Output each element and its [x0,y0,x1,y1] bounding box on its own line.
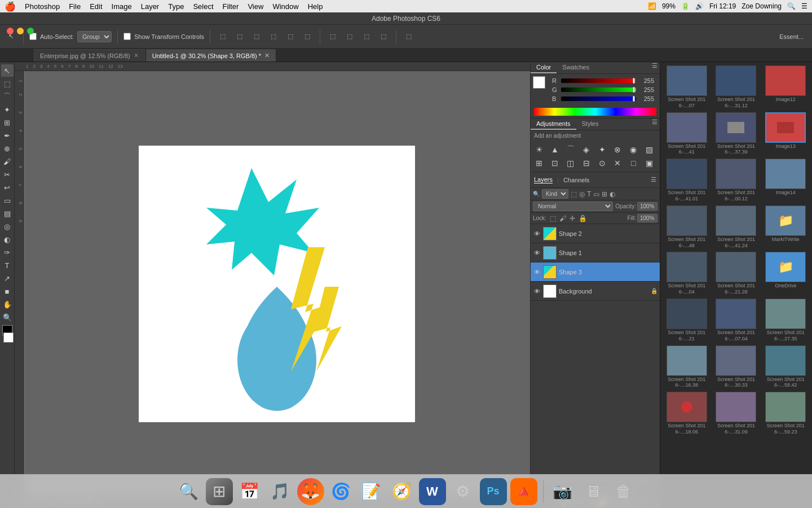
thumb-item-20[interactable]: Screen Shot 2016-....58.42 [761,344,810,390]
adj-panel-menu[interactable]: ☰ [652,119,657,130]
crop-tool[interactable]: ⊞ [1,116,14,129]
lasso-tool[interactable]: ⌒ [1,90,14,103]
dock-photos[interactable]: 📷 [549,478,576,505]
layer-shape2[interactable]: 👁 Shape 2 [531,224,660,243]
dock-safari[interactable]: 🧭 [389,478,416,505]
filter-adjustment-btn[interactable]: ◎ [579,190,585,198]
thumb-item-5[interactable]: Image13 [761,111,810,157]
menu-photoshop[interactable]: Photoshop [25,2,60,11]
canvas-container[interactable] [24,71,530,497]
layer-shape2-eye[interactable]: 👁 [533,230,541,238]
color-tab[interactable]: Color [531,62,557,73]
search-icon[interactable]: 🔍 [787,2,796,10]
layer-shape1[interactable]: 👁 Shape 1 [531,243,660,262]
magic-wand-tool[interactable]: ✦ [1,103,14,116]
color-swatch[interactable] [533,76,545,89]
styles-tab[interactable]: Styles [576,119,604,130]
thumb-item-21[interactable]: Screen Shot 2016-....18.06 [663,391,711,436]
thumb-item-7[interactable]: Screen Shot 2016-....00.12 [712,157,761,203]
lock-all-btn[interactable]: 🔒 [579,214,587,222]
dock-trash[interactable]: 🗑 [610,478,637,505]
thumb-item-18[interactable]: Screen Shot 2016-....16.38 [663,344,711,390]
gradient-map-btn[interactable]: □ [627,157,639,169]
layer-shape3[interactable]: 👁 Shape 3 [531,262,660,282]
shape-tool[interactable]: ■ [1,285,14,297]
thumb-item-15[interactable]: Screen Shot 2016-....21 [663,297,711,343]
thumb-item-13[interactable]: Screen Shot 2016-....21.28 [712,251,761,296]
layers-panel-menu[interactable]: ☰ [651,176,656,183]
dock-traffic-cone[interactable]: 🔺 [510,478,537,505]
selective-color-btn[interactable]: ▣ [643,157,655,169]
channel-mixer-btn[interactable]: ⊡ [549,157,561,169]
dock-appstore[interactable]: 🌀 [328,478,355,505]
filter-pixel-btn[interactable]: ⬚ [571,190,577,198]
layer-background[interactable]: 👁 Background 🔒 [531,282,660,301]
path-select-tool[interactable]: ↗ [1,272,14,284]
layer-background-eye[interactable]: 👁 [533,287,541,295]
gradient-tool[interactable]: ▤ [1,207,14,220]
dock-finder[interactable]: 🔍 [175,478,202,505]
thumb-item-9[interactable]: Screen Shot 2016-....48 [663,204,711,250]
red-slider[interactable] [561,78,636,83]
opacity-input[interactable] [637,202,657,211]
lock-transparent-btn[interactable]: ⬚ [550,214,556,222]
align-right-btn[interactable]: ⬚ [250,31,263,42]
layer-shape1-eye[interactable]: 👁 [533,249,541,257]
background-color[interactable] [3,332,14,343]
menu-filter[interactable]: Filter [223,2,239,11]
bw-btn[interactable]: ▨ [643,143,655,156]
dock-screen-sharing[interactable]: 🖥 [580,478,607,505]
menu-help[interactable]: Help [308,2,323,11]
layer-shape3-eye[interactable]: 👁 [533,268,541,276]
invert-btn[interactable]: ⊟ [580,157,593,169]
pen-tool[interactable]: ✑ [1,246,14,259]
dock-launchpad[interactable]: ⊞ [206,478,233,505]
thumb-item-10[interactable]: Screen Shot 2016-....41.24 [712,204,761,250]
zoom-tool[interactable]: 🔍 [1,311,14,323]
close-button[interactable] [7,28,14,34]
color-lookup-btn[interactable]: ◫ [564,157,577,169]
thumb-item-0[interactable]: Screen Shot 2016-....07 [663,64,711,110]
brightness-contrast-btn[interactable]: ☀ [533,143,545,156]
thumb-item-4[interactable]: Screen Shot 2016-....37.39 [712,111,761,157]
tab-untitled[interactable]: Untitled-1 @ 30.2% (Shape 3, RGB/8) * ✕ [146,49,276,62]
dock-systemprefs[interactable]: ⚙ [449,478,476,505]
dist-4-btn[interactable]: ⬚ [377,31,390,42]
photo-filter-btn[interactable]: ⊞ [533,157,545,169]
exposure-btn[interactable]: ◈ [580,143,593,156]
close-tab-enterprise[interactable]: ✕ [134,52,139,59]
thumb-item-16[interactable]: Screen Shot 2016-....07.04 [712,297,761,343]
apple-menu[interactable]: 🍎 [5,1,16,12]
close-tab-untitled[interactable]: ✕ [264,52,270,59]
dist-h-btn[interactable]: ⬚ [326,31,339,42]
dodge-tool[interactable]: ◐ [1,233,14,246]
dist-3-btn[interactable]: ⬚ [360,31,373,42]
color-panel-menu[interactable]: ☰ [652,62,657,73]
dist-v-btn[interactable]: ⬚ [343,31,356,42]
align-top-btn[interactable]: ⬚ [267,31,280,42]
layers-tab[interactable]: Layers [534,176,553,183]
swatches-tab[interactable]: Swatches [557,62,595,73]
dock-photoshop[interactable]: Ps [480,478,507,505]
minimize-button[interactable] [17,28,24,34]
move-tool[interactable]: ↖ [1,64,14,77]
adjustments-tab[interactable]: Adjustments [531,119,576,130]
eraser-tool[interactable]: ▭ [1,194,14,207]
blur-tool[interactable]: ◎ [1,220,14,233]
menu-window[interactable]: Window [272,2,298,11]
spectrum-bar[interactable] [534,108,656,116]
notification-icon[interactable]: ☰ [801,2,807,10]
color-balance-btn[interactable]: ◉ [627,143,639,156]
curves-btn[interactable]: ⌒ [564,143,577,156]
lock-position-btn[interactable]: ✛ [570,214,575,222]
autoselect-type[interactable]: Group [77,31,112,42]
thumb-item-14[interactable]: 📁 OneDrive [761,251,810,296]
thumb-item-2[interactable]: Image12 [761,64,810,110]
more-btn[interactable]: ⬚ [402,31,416,42]
clone-tool[interactable]: ✂ [1,168,14,181]
posterize-btn[interactable]: ⊙ [596,157,608,169]
lock-image-btn[interactable]: 🖌 [559,214,566,222]
filter-type-btn[interactable]: T [587,190,591,198]
levels-btn[interactable]: ▲ [549,143,561,156]
eyedropper-tool[interactable]: ✒ [1,129,14,142]
